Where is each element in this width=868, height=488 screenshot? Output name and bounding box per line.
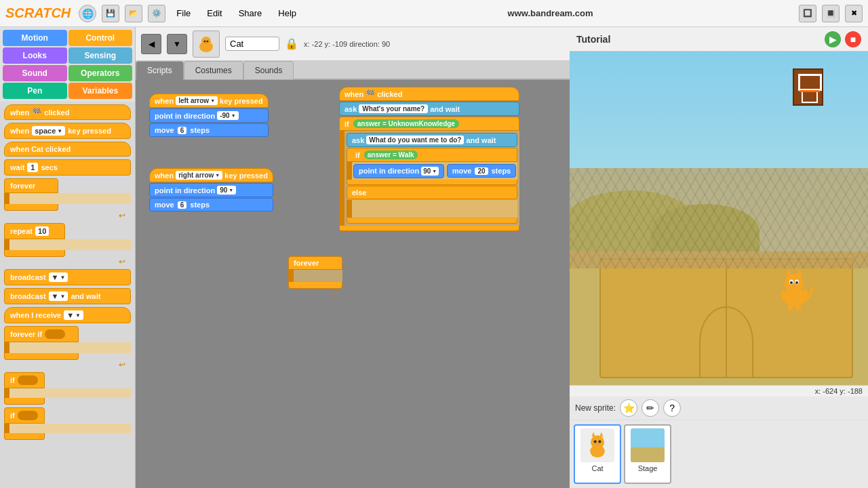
svg-rect-17	[795, 302, 801, 310]
save-button[interactable]: 💾	[102, 5, 119, 22]
block-when-flag[interactable]: when 🏁 clicked	[4, 104, 131, 120]
cat-btn-looks[interactable]: Looks	[3, 47, 67, 64]
block-forever-if[interactable]: forever if ↩	[4, 326, 131, 369]
block-move-6-steps[interactable]: move 6 steps	[149, 123, 269, 137]
svg-marker-23	[599, 432, 603, 436]
block-when-key[interactable]: when space key pressed	[4, 123, 131, 139]
script-canvas[interactable]: when left arrow key pressed point in dir…	[136, 80, 570, 488]
tab-sounds[interactable]: Sounds	[243, 61, 294, 80]
nav-next[interactable]: ▼	[167, 34, 187, 54]
cat-btn-sensing[interactable]: Sensing	[68, 47, 133, 64]
close-window-button[interactable]: ✖	[845, 5, 863, 22]
block-else[interactable]: else	[347, 186, 517, 199]
menu-file[interactable]: File	[171, 7, 196, 20]
sprite-thumb-cat[interactable]: Cat	[574, 424, 621, 484]
menu-edit[interactable]: Edit	[201, 7, 227, 20]
svg-point-26	[596, 443, 598, 445]
block-broadcast[interactable]: broadcast ▼	[4, 269, 131, 285]
minimize-button[interactable]: 🔲	[799, 5, 816, 22]
sprite-coords: x: -22 y: -109 direction: 90	[304, 40, 390, 48]
block-when-clicked-main[interactable]: when 🏁 clicked	[339, 87, 519, 101]
block-forever-canvas[interactable]: forever	[288, 256, 342, 270]
globe-button[interactable]: 🌐	[79, 5, 96, 22]
sprite-label-cat: Cat	[578, 464, 617, 472]
block-if-answer[interactable]: if answer = UnknownKnowledge ask What do…	[339, 117, 519, 231]
cat-btn-pen[interactable]: Pen	[3, 83, 67, 99]
cat-btn-motion[interactable]: Motion	[3, 30, 67, 46]
svg-point-21	[591, 435, 604, 449]
svg-point-14	[795, 281, 798, 284]
block-ask-name[interactable]: ask What's your name? and wait	[339, 102, 519, 116]
block-when-sprite[interactable]: when Cat clicked	[4, 142, 131, 157]
svg-point-25	[598, 440, 601, 443]
cat-btn-operators[interactable]: Operators	[68, 65, 133, 81]
cat-sprite	[774, 264, 814, 312]
new-sprite-label: New sprite:	[575, 403, 616, 413]
cat-btn-variables[interactable]: Variables	[68, 83, 133, 99]
topbar: SCRATCH 🌐 💾 📂 ⚙️ File Edit Share Help ww…	[0, 0, 868, 27]
block-move-20[interactable]: move 20 steps	[447, 164, 517, 178]
block-if-walk[interactable]: if answer = Walk point in direction 90 m…	[347, 148, 517, 185]
menu-help[interactable]: Help	[273, 7, 302, 20]
block-move-6-steps-2[interactable]: move 6 steps	[149, 198, 273, 211]
block-point-dir-90[interactable]: point in direction 90	[149, 183, 273, 197]
svg-rect-16	[787, 302, 793, 310]
stage-view	[570, 52, 868, 385]
tabs: Scripts Costumes Sounds	[136, 61, 570, 80]
svg-marker-9	[786, 268, 791, 275]
sprite-name-input[interactable]: Cat	[225, 37, 279, 51]
script-group-left-arrow: when left arrow key pressed point in dir…	[149, 94, 269, 137]
block-when-right-arrow[interactable]: when right arrow key pressed	[149, 168, 273, 182]
cat-btn-control[interactable]: Control	[68, 30, 133, 46]
block-when-receive[interactable]: when I receive ▼	[4, 307, 131, 323]
block-broadcast-wait[interactable]: broadcast ▼ and wait	[4, 288, 131, 304]
url-bar: www.bandream.com	[307, 8, 793, 18]
new-sprite-bar: New sprite: ⭐ ✏ ?	[570, 396, 868, 420]
lock-icon: 🔒	[285, 37, 298, 50]
svg-point-6	[205, 43, 208, 44]
center-panel: ◀ ▼ Cat 🔒 x: -22 y: -109 direction: 90	[136, 27, 570, 488]
svg-marker-22	[592, 432, 595, 436]
blocks-list: when 🏁 clicked when space key pressed wh…	[0, 102, 135, 488]
script-group-right-arrow: when right arrow key pressed point in di…	[149, 168, 273, 211]
block-forever[interactable]: forever ↩	[4, 178, 131, 220]
menu-share[interactable]: Share	[233, 7, 268, 20]
right-panel: Tutorial ▶ ■	[570, 27, 868, 488]
new-sprite-paint-btn[interactable]: ✏	[642, 399, 659, 417]
svg-point-4	[204, 40, 206, 42]
sprite-label-stage: Stage	[628, 464, 667, 472]
block-repeat[interactable]: repeat 10 ↩	[4, 223, 131, 266]
sprite-thumb-stage[interactable]: Stage	[624, 424, 671, 484]
blocks-panel: Motion Control Looks Sensing Sound Opera…	[0, 27, 136, 488]
settings-button[interactable]: ⚙️	[148, 5, 165, 22]
stop-button[interactable]: ■	[845, 31, 861, 47]
script-group-forever: forever ↩	[288, 256, 342, 298]
main-layout: Motion Control Looks Sensing Sound Opera…	[0, 27, 868, 488]
new-sprite-star-btn[interactable]: ⭐	[620, 399, 637, 417]
block-ask-what[interactable]: ask What do you want me to do? and wait	[347, 133, 517, 147]
scratch-logo: SCRATCH	[5, 5, 71, 21]
nav-prev[interactable]: ◀	[141, 34, 161, 54]
folder-button[interactable]: 📂	[125, 5, 142, 22]
block-wait[interactable]: wait 1 secs	[4, 159, 131, 176]
play-button[interactable]: ▶	[825, 31, 841, 47]
new-sprite-question-btn[interactable]: ?	[663, 399, 681, 417]
block-if-1[interactable]: if	[4, 372, 131, 405]
tutorial-header: Tutorial ▶ ■	[570, 27, 868, 52]
tutorial-title: Tutorial	[576, 34, 610, 45]
block-point-dir-neg90[interactable]: point in direction -90	[149, 108, 269, 123]
svg-marker-10	[797, 268, 802, 275]
svg-point-8	[785, 274, 804, 293]
stage-coords: x: -624 y: -188	[570, 385, 868, 396]
maximize-button[interactable]: 🔳	[822, 5, 840, 22]
tab-costumes[interactable]: Costumes	[184, 61, 243, 80]
block-when-left-arrow[interactable]: when left arrow key pressed	[149, 94, 269, 108]
cat-btn-sound[interactable]: Sound	[3, 65, 67, 81]
sprite-header: ◀ ▼ Cat 🔒 x: -22 y: -109 direction: 90	[136, 27, 570, 61]
block-point-90-inner[interactable]: point in direction 90	[353, 164, 444, 178]
svg-point-24	[594, 440, 597, 443]
sprites-grid: Cat Stage	[570, 420, 868, 488]
tab-scripts[interactable]: Scripts	[136, 61, 184, 80]
svg-point-15	[793, 284, 795, 286]
block-if-2[interactable]: if	[4, 407, 131, 440]
